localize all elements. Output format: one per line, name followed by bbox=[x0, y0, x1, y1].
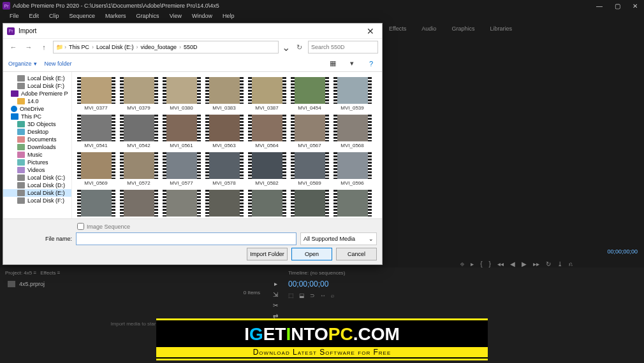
filename-input[interactable] bbox=[76, 232, 296, 245]
view-dropdown-button[interactable]: ▾ bbox=[346, 58, 358, 69]
menu-window[interactable]: Window bbox=[187, 11, 217, 23]
breadcrumb[interactable]: 📁›This PC›Local Disk (E:)›video_footage›… bbox=[53, 41, 279, 53]
file-item[interactable]: MVI_0541 bbox=[76, 113, 116, 150]
close-button[interactable]: ✕ bbox=[626, 0, 644, 11]
menu-file[interactable]: File bbox=[5, 11, 24, 23]
nav-back-button[interactable]: ← bbox=[7, 41, 20, 53]
file-item[interactable]: MVI_0377 bbox=[76, 76, 116, 112]
tree-item[interactable]: Local Disk (E:) bbox=[3, 75, 71, 82]
edit-tool-button[interactable]: ▸ bbox=[274, 280, 277, 287]
file-item[interactable] bbox=[247, 189, 287, 218]
transport-button[interactable]: ⎌ bbox=[569, 260, 573, 267]
breadcrumb-item[interactable]: 550D bbox=[182, 44, 199, 50]
file-item[interactable] bbox=[76, 189, 116, 218]
timeline-tool-button[interactable]: ↔ bbox=[320, 292, 326, 299]
menu-clip[interactable]: Clip bbox=[45, 11, 64, 23]
file-item[interactable] bbox=[119, 189, 159, 218]
edit-tool-button[interactable]: ✂ bbox=[273, 302, 278, 309]
transport-button[interactable]: ⎆ bbox=[460, 260, 464, 267]
transport-button[interactable]: ⤓ bbox=[557, 260, 562, 267]
edit-tool-button[interactable]: ⇲ bbox=[273, 291, 278, 298]
tree-item[interactable]: Documents bbox=[3, 136, 71, 143]
tree-item[interactable]: Videos bbox=[3, 166, 71, 174]
breadcrumb-item[interactable]: This PC bbox=[68, 44, 91, 50]
file-item[interactable]: MVI_0380 bbox=[161, 76, 201, 112]
tree-item[interactable]: 3D Objects bbox=[3, 120, 71, 128]
transport-button[interactable]: ▸ bbox=[471, 260, 474, 267]
tree-item[interactable]: Local Disk (D:) bbox=[3, 182, 71, 189]
tree-item[interactable]: 14.0 bbox=[3, 97, 71, 105]
workspace-tab-graphics[interactable]: Graphics bbox=[445, 23, 481, 36]
open-button[interactable]: Open bbox=[291, 248, 332, 260]
file-item[interactable]: MVI_0577 bbox=[161, 151, 201, 187]
folder-tree[interactable]: Local Disk (E:)Local Disk (F:)Adobe Prem… bbox=[3, 72, 72, 218]
menu-sequence[interactable]: Sequence bbox=[65, 11, 100, 23]
tree-item[interactable]: Local Disk (F:) bbox=[3, 197, 71, 204]
image-sequence-checkbox[interactable]: Image Sequence bbox=[77, 223, 130, 230]
file-item[interactable] bbox=[204, 189, 244, 218]
breadcrumb-item[interactable]: video_footage bbox=[140, 44, 179, 50]
tree-item[interactable]: Local Disk (C:) bbox=[3, 174, 71, 182]
file-item[interactable]: MVI_0589 bbox=[289, 151, 330, 187]
minimize-button[interactable]: — bbox=[590, 0, 608, 11]
file-item[interactable]: MVI_0563 bbox=[204, 113, 244, 150]
transport-button[interactable]: { bbox=[480, 260, 482, 267]
menu-graphics[interactable]: Graphics bbox=[132, 11, 164, 23]
file-item[interactable] bbox=[332, 189, 372, 218]
file-item[interactable]: MVI_0572 bbox=[119, 151, 159, 187]
tree-item[interactable]: Pictures bbox=[3, 159, 71, 166]
file-item[interactable]: MVI_0582 bbox=[247, 151, 287, 187]
search-input[interactable] bbox=[308, 41, 378, 53]
workspace-tab-effects[interactable]: Effects bbox=[383, 23, 413, 36]
breadcrumb-dropdown[interactable]: ⌄ bbox=[281, 41, 290, 53]
dialog-close-button[interactable]: ✕ bbox=[363, 26, 378, 36]
timeline-tool-button[interactable]: ⌕ bbox=[331, 292, 334, 299]
tree-item[interactable]: Adobe Premiere P bbox=[3, 90, 71, 97]
file-item[interactable]: MVI_0387 bbox=[247, 76, 287, 112]
workspace-tab-audio[interactable]: Audio bbox=[415, 23, 443, 36]
maximize-button[interactable]: ▢ bbox=[608, 0, 626, 11]
tree-item[interactable]: Downloads bbox=[3, 143, 71, 151]
transport-button[interactable]: ◀ bbox=[510, 260, 515, 267]
file-item[interactable] bbox=[289, 189, 330, 218]
file-item[interactable]: MVI_0596 bbox=[332, 151, 372, 187]
nav-forward-button[interactable]: → bbox=[22, 41, 35, 53]
file-item[interactable]: MVI_0567 bbox=[289, 113, 330, 150]
tree-item[interactable]: Local Disk (F:) bbox=[3, 82, 71, 90]
tree-item[interactable]: OneDrive bbox=[3, 105, 71, 113]
timeline-tool-button[interactable]: ⊃ bbox=[310, 292, 315, 299]
organize-button[interactable]: Organize ▾ bbox=[8, 60, 37, 67]
breadcrumb-item[interactable]: Local Disk (E:) bbox=[95, 44, 135, 50]
filetype-dropdown[interactable]: All Supported Media⌄ bbox=[300, 232, 377, 245]
transport-button[interactable]: } bbox=[489, 260, 491, 267]
nav-up-button[interactable]: ↑ bbox=[38, 41, 50, 53]
file-item[interactable]: MVI_0454 bbox=[289, 76, 330, 112]
menu-help[interactable]: Help bbox=[218, 11, 239, 23]
timeline-tool-button[interactable]: ⬓ bbox=[299, 292, 305, 299]
refresh-button[interactable]: ↻ bbox=[293, 41, 305, 53]
menu-markers[interactable]: Markers bbox=[101, 11, 131, 23]
workspace-tab-libraries[interactable]: Libraries bbox=[483, 23, 518, 36]
panel-tab[interactable]: Project: 4x5 ≡ bbox=[5, 270, 36, 276]
view-mode-button[interactable]: ▦ bbox=[327, 58, 339, 69]
file-item[interactable]: MVI_0569 bbox=[76, 151, 116, 187]
transport-button[interactable]: ▸▸ bbox=[533, 260, 539, 267]
transport-button[interactable]: ◂◂ bbox=[497, 260, 504, 267]
file-item[interactable]: MVI_0383 bbox=[204, 76, 244, 112]
timeline-tool-button[interactable]: ⬚ bbox=[288, 292, 294, 299]
menu-view[interactable]: View bbox=[165, 11, 186, 23]
help-icon[interactable]: ? bbox=[365, 58, 377, 69]
new-folder-button[interactable]: New folder bbox=[45, 60, 72, 67]
transport-button[interactable]: ▶ bbox=[522, 260, 527, 267]
file-item[interactable]: MVI_0539 bbox=[332, 76, 372, 112]
panel-tab[interactable]: Effects ≡ bbox=[40, 270, 60, 276]
tree-item[interactable]: Local Disk (E:) bbox=[3, 189, 71, 197]
file-item[interactable]: MVI_0542 bbox=[119, 113, 159, 150]
cancel-button[interactable]: Cancel bbox=[336, 248, 377, 260]
transport-button[interactable]: ↻ bbox=[546, 260, 551, 267]
file-item[interactable]: MVI_0379 bbox=[119, 76, 159, 112]
file-item[interactable]: MVI_0564 bbox=[247, 113, 287, 150]
file-item[interactable]: MVI_0561 bbox=[161, 113, 201, 150]
tree-item[interactable]: Music bbox=[3, 151, 71, 159]
file-item[interactable]: MVI_0578 bbox=[204, 151, 244, 187]
